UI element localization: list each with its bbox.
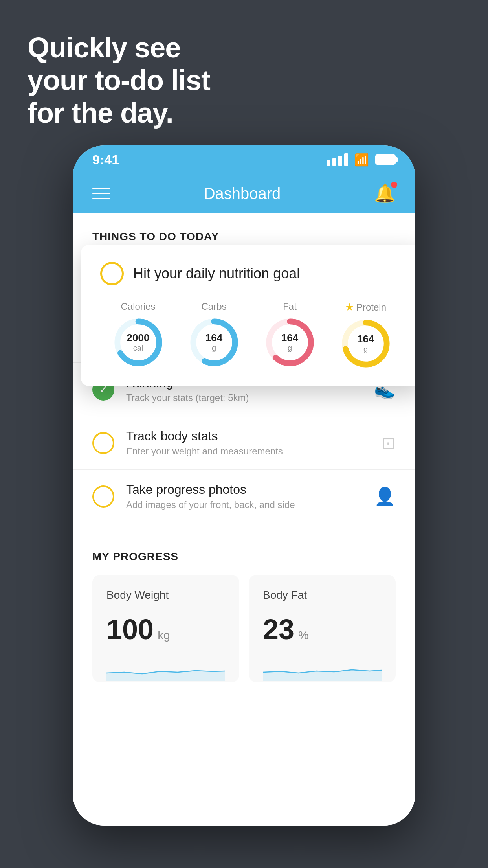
todo-title-body-stats: Track body stats xyxy=(126,429,369,443)
battery-icon xyxy=(375,154,396,165)
protein-donut: 164 g xyxy=(340,318,391,369)
fat-value: 164 xyxy=(281,332,298,344)
protein-unit: g xyxy=(357,345,374,354)
notification-dot xyxy=(391,182,397,188)
todo-subtitle-photos: Add images of your front, back, and side xyxy=(126,499,362,510)
status-icons: 📶 xyxy=(327,153,396,167)
app-header: Dashboard 🔔 xyxy=(73,174,415,213)
macro-protein: ★ Protein 164 g xyxy=(340,301,391,369)
phone-mockup: 9:41 📶 Dashboard 🔔 THINGS TO DO TODAY xyxy=(73,145,415,826)
nutrition-card: Hit your daily nutrition goal Calories 2… xyxy=(81,245,415,386)
body-weight-unit: kg xyxy=(158,629,170,642)
fat-unit: g xyxy=(281,344,298,353)
macro-fat: Fat 164 g xyxy=(264,301,316,368)
body-fat-title: Body Fat xyxy=(263,589,382,601)
todo-text-photos: Take progress photos Add images of your … xyxy=(126,482,362,510)
nutrition-goal-row: Hit your daily nutrition goal xyxy=(100,262,404,285)
protein-label-row: ★ Protein xyxy=(345,301,386,313)
body-weight-value-row: 100 kg xyxy=(106,613,225,645)
todo-item-photos[interactable]: Take progress photos Add images of your … xyxy=(73,469,415,523)
todo-circle-photos xyxy=(92,485,114,508)
todo-subtitle-body-stats: Enter your weight and measurements xyxy=(126,446,369,457)
menu-button[interactable] xyxy=(92,188,110,199)
calories-value: 2000 xyxy=(127,332,150,344)
fat-donut: 164 g xyxy=(264,317,316,368)
protein-value: 164 xyxy=(357,333,374,345)
signal-icon xyxy=(327,153,348,166)
body-weight-chart xyxy=(106,657,225,681)
body-fat-chart xyxy=(263,657,382,681)
status-time: 9:41 xyxy=(92,152,119,167)
protein-label: Protein xyxy=(356,302,386,313)
body-weight-value: 100 xyxy=(106,613,154,645)
carbs-value: 164 xyxy=(205,332,222,344)
progress-header: MY PROGRESS xyxy=(92,550,396,563)
todo-subtitle-running: Track your stats (target: 5km) xyxy=(126,392,362,403)
nutrition-goal-text: Hit your daily nutrition goal xyxy=(133,265,300,282)
todo-title-photos: Take progress photos xyxy=(126,482,362,497)
svg-marker-9 xyxy=(263,670,382,681)
carbs-unit: g xyxy=(205,344,222,353)
wifi-icon: 📶 xyxy=(354,153,369,167)
person-icon: 👤 xyxy=(374,486,396,507)
macro-carbs: Carbs 164 g xyxy=(189,301,240,368)
calories-label: Calories xyxy=(121,301,155,312)
headline-text: Quickly see your to-do list for the day. xyxy=(28,31,210,129)
body-weight-card[interactable]: Body Weight 100 kg xyxy=(92,575,239,682)
body-fat-value-row: 23 % xyxy=(263,613,382,645)
macro-calories: Calories 2000 cal xyxy=(113,301,164,368)
todo-text-body-stats: Track body stats Enter your weight and m… xyxy=(126,429,369,457)
todo-circle-body-stats xyxy=(92,432,114,454)
todo-list: ✓ Running Track your stats (target: 5km)… xyxy=(73,362,415,523)
phone-content: THINGS TO DO TODAY Hit your daily nutrit… xyxy=(73,213,415,826)
progress-cards: Body Weight 100 kg Body Fat 23 % xyxy=(92,575,396,682)
calories-donut: 2000 cal xyxy=(113,317,164,368)
body-fat-unit: % xyxy=(298,629,309,642)
body-weight-title: Body Weight xyxy=(106,589,225,601)
status-bar: 9:41 📶 xyxy=(73,145,415,174)
notification-button[interactable]: 🔔 xyxy=(374,183,396,204)
nutrition-check-circle[interactable] xyxy=(100,262,124,285)
carbs-donut: 164 g xyxy=(189,317,240,368)
body-fat-card[interactable]: Body Fat 23 % xyxy=(249,575,396,682)
header-title: Dashboard xyxy=(204,185,281,202)
todo-item-body-stats[interactable]: Track body stats Enter your weight and m… xyxy=(73,416,415,469)
calories-unit: cal xyxy=(127,344,150,353)
fat-label: Fat xyxy=(283,301,297,312)
carbs-label: Carbs xyxy=(201,301,226,312)
progress-section: MY PROGRESS Body Weight 100 kg B xyxy=(73,531,415,694)
macros-row: Calories 2000 cal Carbs xyxy=(100,301,404,369)
scale-icon: ⊡ xyxy=(381,433,396,453)
star-icon: ★ xyxy=(345,301,354,313)
body-fat-value: 23 xyxy=(263,613,294,645)
